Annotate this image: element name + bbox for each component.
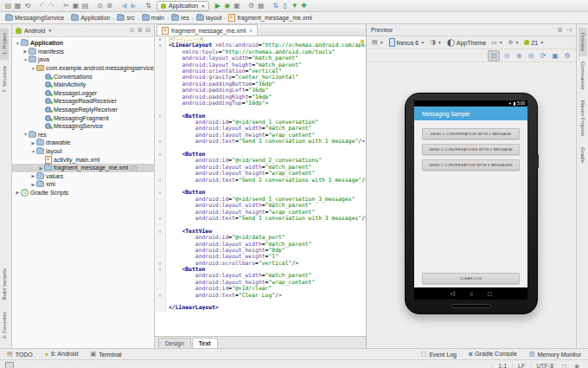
device-dropdown[interactable]: Nexus 6▼	[387, 38, 427, 47]
project-structure-icon[interactable]: ▦	[256, 1, 265, 10]
zoom-in-icon[interactable]: ⊕	[514, 51, 524, 61]
tree-arrow-icon[interactable]: ▼	[30, 66, 36, 71]
tree-item-activity-main-xml[interactable]: activity_main.xml	[12, 155, 154, 164]
save-all-icon[interactable]: ▦	[13, 1, 22, 10]
open-project-icon[interactable]: ▤	[3, 1, 13, 10]
fold-icon[interactable]: ⊖	[155, 216, 166, 222]
avd-manager-icon[interactable]: ▯	[280, 1, 290, 10]
theme-dropdown[interactable]: AppTheme	[445, 39, 488, 47]
attach-debugger-icon[interactable]: ▣	[232, 1, 241, 10]
breadcrumb-item[interactable]: MessagingService	[5, 15, 64, 21]
toolwindow-tab-maven-projects[interactable]: Maven Projects	[578, 95, 587, 141]
gear-icon[interactable]: ⚙	[558, 27, 563, 34]
fold-icon[interactable]: ⊖	[155, 139, 166, 145]
encoding-indicator[interactable]: UTF-8	[530, 363, 559, 368]
preview-settings-icon[interactable]: ⚙	[562, 51, 572, 61]
tree-item-messagereplyreceiver[interactable]: cMessageReplyReceiver	[12, 106, 154, 114]
tree-item-layout[interactable]: ▼layout	[12, 147, 154, 156]
activity-dropdown[interactable]: ▭▼	[489, 39, 505, 46]
breadcrumb-item[interactable]: res	[171, 15, 189, 21]
editor-mode-tab-design[interactable]: Design	[158, 338, 191, 348]
fold-icon[interactable]: ⊖	[155, 113, 166, 119]
run-icon[interactable]: ▶	[213, 1, 222, 10]
tree-arrow-icon[interactable]: ▶	[22, 48, 29, 54]
caret-position[interactable]: 1:1	[492, 363, 512, 368]
tree-arrow-icon[interactable]: ▶	[30, 140, 36, 145]
tree-item-messagingfragment[interactable]: cMessagingFragment	[12, 113, 154, 122]
breadcrumb-item[interactable]: main	[142, 15, 164, 21]
redo-icon[interactable]: ↷	[47, 1, 56, 10]
recents-nav-icon[interactable]: □	[488, 291, 491, 297]
hide-panel-icon[interactable]: ⊣	[566, 27, 572, 34]
tree-item-conversations[interactable]: cConversations	[12, 72, 154, 81]
paste-icon[interactable]: ▤	[80, 1, 90, 10]
tree-item-manifests[interactable]: ▶manifests	[12, 48, 154, 56]
replace-icon[interactable]: ⊚	[105, 1, 114, 10]
sdk-manager-icon[interactable]: ▼	[290, 1, 299, 10]
tree-item-mainactivity[interactable]: cMainActivity	[12, 81, 154, 89]
compile-icon[interactable]: ⇅	[144, 1, 153, 10]
zoom-fit-icon[interactable]: ⊡	[488, 50, 500, 61]
fold-icon[interactable]: ⊖	[155, 267, 166, 273]
tree-arrow-icon[interactable]: ▼	[22, 57, 29, 62]
toolwindow-tab-build-variants[interactable]: Build Variants	[0, 263, 9, 306]
toolwindow-tab-gradle[interactable]: Gradle	[578, 142, 587, 168]
screenshot-icon[interactable]: ▣	[550, 51, 560, 61]
run-configuration-dropdown[interactable]: Application ▼	[157, 1, 209, 11]
send-conversation-button[interactable]: SEND 1 CONVERSATION WITH 3 MESSAGES	[422, 159, 520, 171]
toolwindow-tab-7-structure[interactable]: 7: Structure	[0, 61, 9, 98]
toolwindow-tab-commander[interactable]: Commander	[578, 56, 587, 95]
toolwindow-toggle-icon[interactable]	[5, 362, 14, 368]
zoom-actual-icon[interactable]: ⊙	[502, 51, 512, 61]
send-conversation-button[interactable]: SEND 2 CONVERSATIONS WITH 1 MESSAGE	[422, 144, 520, 155]
tree-item-fragment-message-me-xml[interactable]: ▶fragment_message_me.xml(2)	[12, 164, 154, 172]
fold-icon[interactable]: ⊖	[155, 229, 166, 235]
project-view-selector[interactable]: Android	[24, 28, 45, 34]
debug-icon[interactable]: ◉	[222, 1, 232, 10]
tree-item-messagingservice[interactable]: cMessagingService	[12, 122, 154, 131]
line-separator-indicator[interactable]: LF	[512, 363, 530, 368]
clear-log-button[interactable]: CLEAR LOG	[422, 273, 520, 284]
breadcrumb-item[interactable]: src	[117, 15, 134, 21]
breadcrumb-item[interactable]: fragment_message_me.xml	[228, 14, 311, 22]
todo-toolwindow[interactable]: ▤TODO	[7, 351, 33, 358]
locate-icon[interactable]: ⊙	[130, 27, 135, 33]
send-conversation-button[interactable]: SEND 1 CONVERSATION WITH 1 MESSAGE	[422, 128, 520, 139]
settings-icon[interactable]: ⚙	[246, 1, 256, 10]
zoom-out-icon[interactable]: ⊖	[526, 51, 536, 61]
forward-icon[interactable]: ▶	[129, 1, 138, 10]
home-nav-icon[interactable]: ○	[470, 291, 473, 297]
fold-icon[interactable]: ⊖	[155, 42, 166, 48]
tree-item-xml[interactable]: ▶xml	[12, 180, 154, 189]
tree-arrow-icon[interactable]: ▶	[38, 165, 44, 171]
undo-icon[interactable]: ↶	[37, 1, 47, 10]
warning-stripe-marker[interactable]	[361, 40, 364, 43]
gradle-sync-icon[interactable]: ⇅	[271, 1, 280, 10]
tree-item-java[interactable]: ▼java	[12, 55, 154, 64]
tree-item-values[interactable]: ▶values	[12, 172, 154, 181]
back-nav-icon[interactable]: ◁	[451, 290, 455, 297]
tree-item-gradle-scripts[interactable]: ▶GGradle Scripts	[12, 189, 154, 197]
back-icon[interactable]: ◀	[119, 1, 129, 10]
gradle-console-toolwindow[interactable]: ◙Gradle Console	[469, 351, 517, 357]
breadcrumb-item[interactable]: layout	[196, 15, 222, 21]
fold-icon[interactable]: ⊖	[155, 261, 166, 267]
fold-icon[interactable]: ⊖	[155, 293, 166, 299]
tree-arrow-icon[interactable]: ▼	[15, 41, 21, 46]
tree-item-messagelogger[interactable]: cMessageLogger	[12, 89, 154, 98]
tree-arrow-icon[interactable]: ▶	[30, 182, 36, 187]
terminal-toolwindow[interactable]: ▣Terminal	[91, 351, 122, 358]
synchronize-icon[interactable]: ⟲	[22, 1, 32, 10]
editor-mode-tab-text[interactable]: Text	[192, 338, 218, 348]
breadcrumb-item[interactable]: Application	[71, 15, 110, 21]
refresh-icon[interactable]: ⟳	[538, 51, 548, 61]
editor-tab[interactable]: fragment_message_me.xml ✕	[157, 24, 258, 36]
code-editor[interactable]: ⊕<!--...-->⊖<LinearLayout xmlns:android=…	[155, 36, 366, 336]
fold-icon[interactable]: ⊖	[155, 190, 166, 196]
tree-arrow-icon[interactable]: ▼	[22, 132, 29, 137]
copy-icon[interactable]: ▣	[71, 1, 80, 10]
toolwindow-tab-2-favorites[interactable]: 2: Favorites	[0, 307, 9, 344]
android-toolwindow[interactable]: ●6: Android	[45, 351, 79, 357]
tree-item-res[interactable]: ▼res	[12, 131, 154, 139]
locale-dropdown[interactable]: ⊕▼	[507, 39, 521, 46]
